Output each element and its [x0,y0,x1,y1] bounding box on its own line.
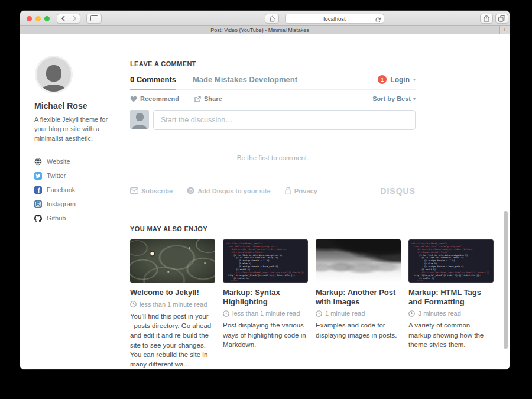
post-title-link[interactable]: Markup: Another Post with Images [316,288,401,306]
code-snippet: <div class="masthead__menu"> <nav id="si… [223,240,307,282]
divider [130,180,416,180]
sort-by-best-dropdown[interactable]: Sort by Best ▾ [372,95,416,102]
chevron-down-icon: ▾ [413,96,416,102]
post-excerpt: Post displaying the various ways of high… [223,320,308,349]
globe-icon [34,158,42,166]
post-read-time: less than 1 minute read [130,301,215,308]
guest-avatar [130,110,149,129]
read-time-label: less than 1 minute read [140,301,207,308]
disqus-embed: 0 Comments Made Mistakes Development 1 L… [130,75,416,194]
footer-link-label: Add Disqus to your site [197,187,270,194]
chevron-left-icon [61,15,66,21]
twitter-icon [34,172,42,180]
sidebar-link-label: Github [47,215,66,222]
author-sidebar: Michael Rose A flexible Jekyll theme for… [34,34,130,369]
minimize-window-button[interactable] [35,16,41,21]
clock-icon [316,310,322,317]
envelope-icon [130,187,138,194]
author-avatar [35,56,72,93]
sidebar-icon [90,15,98,21]
post-read-time: 1 minute read [316,310,401,317]
share-button[interactable] [480,14,493,24]
read-time-label: 1 minute read [325,310,365,317]
sidebar-link-label: Instagram [47,200,76,207]
disqus-logo[interactable]: DISQUS [380,186,416,196]
home-icon [269,15,275,22]
read-time-label: less than 1 minute read [232,310,300,317]
post-excerpt: You’ll find this post in your _posts dir… [130,312,215,369]
comment-count-tab[interactable]: 0 Comments [130,75,176,90]
window-scrollbar[interactable] [504,211,508,349]
disqus-footer-add-disqus-to-your-site[interactable]: Add Disqus to your site [187,187,270,194]
back-button[interactable] [57,14,69,24]
comment-composer [130,110,416,130]
related-post-card: Welcome to Jekyll!less than 1 minute rea… [130,239,215,369]
facebook-icon [34,186,42,194]
post-thumbnail-fog[interactable] [316,239,401,283]
disqus-actions: Recommend Share Sort by Best ▾ [130,90,416,106]
comment-input[interactable] [153,110,416,130]
chevron-down-icon: ▾ [413,77,416,82]
tab-bar: Post: Video (YouTube) - Minimal Mistakes… [20,26,510,34]
browser-toolbar: localhost [20,11,510,26]
post-title-link[interactable]: Markup: HTML Tags and Formatting [408,288,494,306]
address-bar[interactable]: localhost [285,14,384,24]
post-thumbnail-moss[interactable] [130,239,215,283]
disqus-footer-subscribe[interactable]: Subscribe [130,187,173,194]
forward-button[interactable] [69,14,80,24]
chevron-right-icon [72,15,77,21]
related-post-card: <div class="masthead__menu"> <nav id="si… [223,239,308,369]
sidebar-link-label: Website [47,158,70,165]
related-posts-grid: Welcome to Jekyll!less than 1 minute rea… [130,239,494,369]
footer-link-label: Subscribe [141,187,173,194]
close-window-button[interactable] [27,16,32,21]
zoom-window-button[interactable] [44,16,50,21]
footer-link-label: Privacy [294,187,317,194]
share-arrow-icon [194,96,201,102]
disqus-footer: SubscribeAdd Disqus to your sitePrivacy … [130,187,416,194]
post-title-link[interactable]: Markup: Syntax Highlighting [223,288,308,306]
sidebar-link-twitter[interactable]: Twitter [34,172,130,180]
tabs-overview-icon [498,15,505,22]
disqus-d-icon [187,187,194,194]
notification-badge[interactable]: 1 [378,75,387,84]
recommend-button[interactable]: Recommend [130,95,179,102]
post-title-link[interactable]: Welcome to Jekyll! [130,288,215,297]
url-text: localhost [323,15,346,22]
sidebar-link-label: Twitter [47,172,66,179]
screenshot-stage: localhost Post: Video (YouTube) - Minima… [0,0,532,399]
clock-icon [223,310,229,317]
sidebar-link-instagram[interactable]: Instagram [34,200,130,208]
post-excerpt: Examples and code for displaying images … [316,320,401,340]
instagram-icon [34,200,42,208]
nav-buttons [57,14,80,24]
share-comments-button[interactable]: Share [194,95,222,102]
disqus-footer-privacy[interactable]: Privacy [285,187,317,194]
sidebar-link-github[interactable]: Github [34,215,130,222]
main-column: LEAVE A COMMENT 0 Comments Made Mistakes… [130,34,495,369]
sidebar-toggle-button[interactable] [86,14,102,24]
post-thumbnail-code[interactable]: <div class="masthead__menu"> <nav id="si… [408,239,494,283]
share-icon [484,15,489,22]
related-heading: YOU MAY ALSO ENJOY [130,225,495,232]
comments-heading: LEAVE A COMMENT [130,60,495,67]
disqus-header: 0 Comments Made Mistakes Development 1 L… [130,75,416,90]
post-thumbnail-code[interactable]: <div class="masthead__menu"> <nav id="si… [223,239,308,283]
sidebar-link-facebook[interactable]: Facebook [34,186,130,194]
sidebar-link-website[interactable]: Website [34,158,130,166]
community-link[interactable]: Made Mistakes Development [193,75,297,89]
home-button[interactable] [265,14,279,24]
post-excerpt: A variety of common markup showing how t… [408,320,494,349]
reload-icon [375,17,381,24]
login-control[interactable]: 1 Login ▾ [378,75,416,84]
lock-icon [285,187,291,194]
code-snippet: <div class="masthead__menu"> <nav id="si… [409,240,493,282]
tab-active[interactable]: Post: Video (YouTube) - Minimal Mistakes [20,26,499,34]
author-bio: A flexible Jekyll theme for your blog or… [34,115,117,144]
read-time-label: 3 minutes read [418,310,461,317]
new-tab-button[interactable]: + [499,26,510,34]
author-links: WebsiteTwitterFacebookInstagramGithub [34,158,130,222]
sidebar-link-label: Facebook [47,186,75,193]
reload-button[interactable] [375,15,381,26]
tab-overview-button[interactable] [495,14,508,24]
